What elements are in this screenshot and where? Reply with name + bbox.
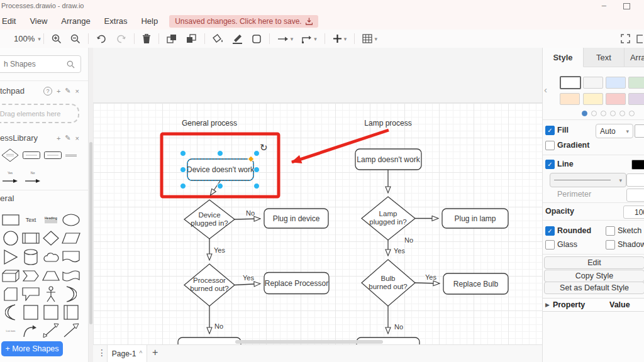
shadow-checkbox[interactable] <box>606 240 615 250</box>
selection-handle-w[interactable] <box>180 167 186 173</box>
shape-ellipse[interactable] <box>62 212 80 228</box>
selection-handle-n[interactable] <box>218 151 223 156</box>
gradient-checkbox[interactable] <box>545 141 555 150</box>
shape-library-textstub[interactable] <box>65 154 77 157</box>
insert-button[interactable]: ▾ <box>333 34 347 43</box>
line-style-select[interactable]: ▾ <box>550 173 626 187</box>
shape-or[interactable] <box>62 286 80 302</box>
delete-button[interactable] <box>142 34 151 44</box>
shape-rectangle[interactable] <box>1 212 20 228</box>
page-dot[interactable] <box>629 111 635 116</box>
set-default-style-button[interactable]: Set as Default Style <box>544 282 644 294</box>
shape-bidirectional-arrow[interactable] <box>42 322 60 339</box>
shape-curve[interactable] <box>21 322 40 339</box>
shape-data-storage[interactable] <box>21 304 40 321</box>
edge-label-yes[interactable]: Yes <box>214 246 225 254</box>
shape-step[interactable] <box>21 268 40 284</box>
menu-item-arrange[interactable]: Arrange <box>61 16 90 26</box>
selection-handle-e[interactable] <box>254 167 260 173</box>
to-front-button[interactable] <box>167 34 177 44</box>
edge-label-no[interactable]: No <box>394 323 403 331</box>
connection-style-button[interactable]: ▾ <box>277 35 294 43</box>
shape-cloud[interactable] <box>42 249 60 265</box>
shape-square[interactable] <box>42 304 60 321</box>
edge-label-no[interactable]: No <box>404 236 413 244</box>
shape-circle[interactable] <box>1 230 20 246</box>
add-page-button[interactable]: + <box>152 347 158 358</box>
copy-style-button[interactable]: Copy Style <box>544 270 644 282</box>
search-shapes-input[interactable] <box>0 59 65 69</box>
shape-process[interactable] <box>21 230 40 246</box>
style-swatch-blue[interactable] <box>606 77 626 89</box>
zoom-in-button[interactable] <box>52 34 62 44</box>
shape-card[interactable] <box>1 286 20 302</box>
sidebar-scrollbar-thumb[interactable] <box>89 142 92 324</box>
page-dot[interactable] <box>601 111 606 116</box>
shape-tape[interactable] <box>62 268 80 284</box>
style-swatch-white[interactable] <box>560 76 581 89</box>
edit-style-button[interactable]: Edit <box>544 256 644 269</box>
scratchpad-help-icon[interactable]: ? <box>43 87 52 96</box>
restore-window-button[interactable] <box>623 3 630 9</box>
fullscreen-button[interactable] <box>621 34 630 43</box>
shape-internal-storage[interactable] <box>62 304 80 321</box>
selection-handle-ne[interactable] <box>254 151 260 156</box>
menu-item-extras[interactable]: Extras <box>104 16 128 26</box>
swatch-prev-icon[interactable]: ‹ <box>544 84 547 95</box>
menu-item-help[interactable]: Help <box>141 16 158 26</box>
menu-item-edit[interactable]: Edit <box>2 16 16 26</box>
shadow-button[interactable] <box>252 34 262 44</box>
shape-parallelogram[interactable] <box>62 230 80 246</box>
scratchpad-add-icon[interactable]: + <box>57 87 60 95</box>
lamp-process-title[interactable]: Lamp process <box>364 119 411 128</box>
scratchpad-edit-icon[interactable]: ✎ <box>65 87 70 95</box>
shape-library-process1[interactable] <box>23 151 40 159</box>
edge-plugged-no[interactable] <box>235 219 260 219</box>
tab-style[interactable]: Style <box>543 48 584 67</box>
fill-checkbox[interactable]: ✓ <box>545 126 555 135</box>
waypoint-style-button[interactable]: ▾ <box>302 35 317 43</box>
node-general-bottom-partial[interactable] <box>178 337 241 344</box>
shape-actor[interactable] <box>42 286 60 302</box>
style-swatch-purple[interactable] <box>628 93 644 105</box>
line-color-swatch[interactable] <box>631 160 644 170</box>
line-color-button[interactable] <box>232 34 243 44</box>
selection-handle-se[interactable] <box>254 184 260 189</box>
to-back-button[interactable] <box>186 34 197 44</box>
fill-color-swatch[interactable] <box>635 124 644 138</box>
sketch-checkbox[interactable] <box>606 226 615 236</box>
perimeter-input[interactable] <box>626 189 644 202</box>
canvas-horizontal-scrollbar[interactable] <box>235 340 383 344</box>
diagram-canvas[interactable]: General process Lamp process Device does… <box>93 48 542 344</box>
fill-mode-select[interactable]: Auto ▾ <box>596 124 633 138</box>
edge-processor-yes[interactable] <box>235 284 260 285</box>
opacity-input[interactable] <box>623 206 644 219</box>
library-close-icon[interactable]: × <box>75 134 79 142</box>
selection-handle-nw[interactable] <box>180 151 186 156</box>
page-dot[interactable] <box>610 111 616 116</box>
property-table-header[interactable]: ▶ Property Value <box>543 298 644 312</box>
shape-and[interactable] <box>1 304 20 321</box>
library-edit-icon[interactable]: ✎ <box>65 134 70 142</box>
line-checkbox[interactable]: ✓ <box>545 160 555 169</box>
tab-text[interactable]: Text <box>584 48 625 67</box>
collapsed-triangle-icon[interactable]: ▶ <box>545 302 550 308</box>
edge-label-no[interactable]: No <box>214 322 223 330</box>
format-panel-toggle-icon[interactable] <box>636 35 643 43</box>
redo-button[interactable] <box>116 35 126 43</box>
edge-label-no[interactable]: No <box>246 209 255 217</box>
rounded-checkbox[interactable]: ✓ <box>545 226 555 236</box>
shape-document[interactable] <box>62 249 80 265</box>
selection-handle-sw[interactable] <box>180 184 186 189</box>
zoom-out-button[interactable] <box>70 34 80 44</box>
shape-trapezoid[interactable] <box>42 268 60 284</box>
shape-library-process2[interactable] <box>44 151 62 159</box>
sidebar-scrollbar[interactable] <box>88 48 93 362</box>
style-swatch-yellow[interactable] <box>583 93 603 105</box>
shape-list-item[interactable]: List item <box>1 322 20 339</box>
fill-color-button[interactable] <box>213 34 223 44</box>
unsaved-changes-banner[interactable]: Unsaved changes. Click here to save. <box>169 15 318 28</box>
style-swatch-gray[interactable] <box>583 77 603 89</box>
rotate-handle-icon[interactable]: ↻ <box>260 142 268 153</box>
shape-callout[interactable] <box>21 286 40 302</box>
